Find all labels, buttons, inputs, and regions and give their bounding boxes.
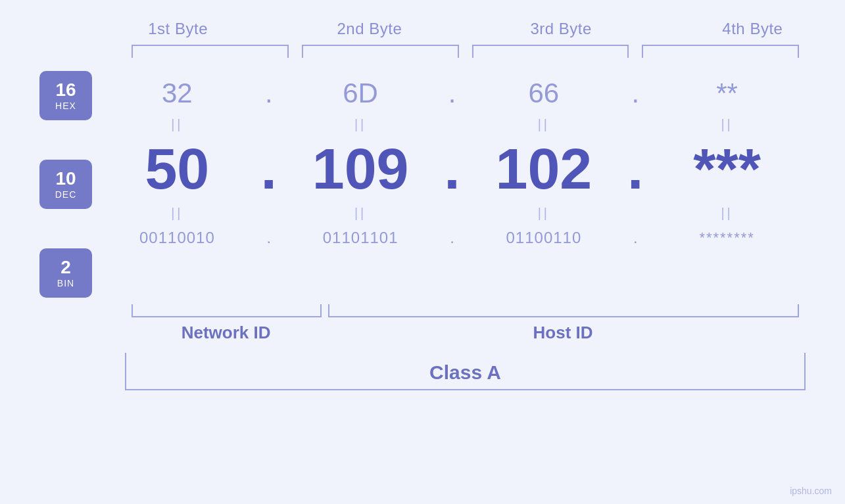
dec-cell-2: 109 xyxy=(282,140,439,198)
eq-cell-5: || xyxy=(99,206,256,221)
bracket-top-4 xyxy=(642,45,799,58)
bin-val-2: 01101101 xyxy=(323,229,398,246)
hex-row: 32 . 6D . 66 . ** xyxy=(99,71,806,116)
hex-val-1: 32 xyxy=(162,78,193,108)
bracket-top-2 xyxy=(302,45,459,58)
eq-cell-1: || xyxy=(99,117,256,132)
hex-val-4: ** xyxy=(716,78,738,108)
byte-headers-row: 1st Byte 2nd Byte 3rd Byte 4th Byte xyxy=(82,20,845,38)
bracket-bottom-host xyxy=(328,304,799,317)
dec-badge: 10 DEC xyxy=(39,160,92,209)
content-area: 16 HEX 10 DEC 2 BIN 32 . xyxy=(39,71,806,298)
eq-row-1: || || || || xyxy=(99,116,806,133)
network-id-label: Network ID xyxy=(132,323,320,343)
hex-dot-2: . xyxy=(439,78,466,109)
bin-val-3: 01100110 xyxy=(506,229,581,246)
dec-val-1: 50 xyxy=(145,136,209,201)
hex-base: HEX xyxy=(55,101,76,111)
class-row: Class A xyxy=(125,353,806,390)
bin-cell-2: 01101101 xyxy=(282,229,439,247)
bin-dot-1: . xyxy=(256,229,282,247)
eq-cell-6: || xyxy=(282,206,439,221)
bracket-top-1 xyxy=(132,45,289,58)
byte-header-1: 1st Byte xyxy=(82,20,274,38)
labels-column: 16 HEX 10 DEC 2 BIN xyxy=(39,71,92,298)
dec-dot-2: . xyxy=(439,140,466,198)
bottom-brackets-row xyxy=(125,304,806,317)
dec-cell-1: 50 xyxy=(99,140,256,198)
bin-cell-1: 00110010 xyxy=(99,229,256,247)
dec-cell-4: *** xyxy=(648,140,806,198)
dec-dot-3: . xyxy=(622,140,648,198)
hex-dot-3: . xyxy=(622,78,648,109)
hex-val-2: 6D xyxy=(343,78,378,108)
bin-val-4: ******** xyxy=(699,229,755,246)
rows-grid: 32 . 6D . 66 . ** xyxy=(99,71,806,298)
host-id-label: Host ID xyxy=(327,323,799,343)
dec-val-2: 109 xyxy=(312,136,409,201)
top-brackets xyxy=(125,45,806,58)
dec-base: DEC xyxy=(55,189,77,200)
watermark: ipshu.com xyxy=(790,486,832,496)
eq-cell-8: || xyxy=(648,206,806,221)
bin-cell-3: 01100110 xyxy=(466,229,623,247)
eq-cell-2: || xyxy=(282,117,439,132)
hex-dot-1: . xyxy=(256,78,282,109)
bin-row: 00110010 . 01101101 . 01100110 . xyxy=(99,222,806,254)
bin-dot-3: . xyxy=(622,229,648,247)
hex-cell-3: 66 xyxy=(466,78,623,109)
dec-num: 10 xyxy=(55,169,76,189)
dec-row: 50 . 109 . 102 . *** xyxy=(99,133,806,204)
eq-row-2: || || || || xyxy=(99,204,806,222)
bin-num: 2 xyxy=(60,258,71,278)
dec-val-3: 102 xyxy=(495,136,592,201)
byte-header-2: 2nd Byte xyxy=(274,20,465,38)
hex-badge: 16 HEX xyxy=(39,71,92,120)
hex-cell-1: 32 xyxy=(99,78,256,109)
eq-cell-7: || xyxy=(466,206,623,221)
byte-header-3: 3rd Byte xyxy=(466,20,657,38)
bin-badge: 2 BIN xyxy=(39,248,92,298)
bin-val-1: 00110010 xyxy=(139,229,215,246)
bracket-labels-row: Network ID Host ID xyxy=(125,323,806,343)
bin-base: BIN xyxy=(57,278,74,288)
bin-cell-4: ******** xyxy=(648,229,806,246)
bracket-bottom-network xyxy=(132,304,322,317)
hex-cell-2: 6D xyxy=(282,78,439,109)
eq-cell-3: || xyxy=(466,117,623,132)
bracket-top-3 xyxy=(472,45,629,58)
class-label: Class A xyxy=(132,358,799,384)
hex-num: 16 xyxy=(55,80,76,101)
dec-dot-1: . xyxy=(256,140,282,198)
dec-cell-3: 102 xyxy=(466,140,623,198)
eq-cell-4: || xyxy=(648,117,806,132)
main-container: 1st Byte 2nd Byte 3rd Byte 4th Byte 16 H… xyxy=(0,0,845,504)
hex-cell-4: ** xyxy=(648,78,806,109)
byte-header-4: 4th Byte xyxy=(657,20,845,38)
dec-val-4: *** xyxy=(693,136,761,201)
bottom-section: Network ID Host ID xyxy=(125,304,806,343)
bin-dot-2: . xyxy=(439,229,466,247)
hex-val-3: 66 xyxy=(529,78,560,108)
